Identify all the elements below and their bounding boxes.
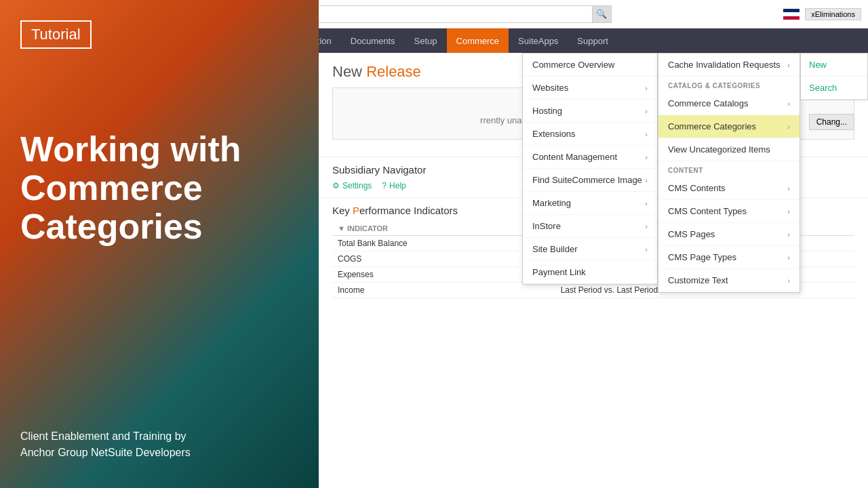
nav-item-documents[interactable]: Documents — [341, 28, 405, 53]
help-icon: ? — [382, 181, 387, 190]
chevron-icon: › — [787, 277, 790, 285]
nav-item-commerce[interactable]: Commerce — [447, 28, 509, 53]
sort-icon: ▼ — [338, 224, 345, 232]
commerce-menu-item[interactable]: Content Management› — [523, 146, 657, 169]
chevron-icon: › — [787, 253, 790, 262]
commerce-menu-item[interactable]: Hosting› — [523, 100, 657, 123]
sub-menu-item[interactable]: CMS Page Types› — [658, 246, 800, 269]
change-button[interactable]: Chang... — [809, 114, 854, 130]
tutorial-label-box: Tutorial — [20, 20, 92, 49]
commerce-menu-item[interactable]: Find SuiteCommerce Image› — [523, 169, 657, 192]
chevron-icon: › — [645, 153, 648, 161]
tutorial-label: Tutorial — [31, 26, 81, 43]
chevron-icon: › — [645, 199, 648, 207]
tutorial-overlay: Tutorial Working with Commerce Categorie… — [0, 0, 319, 488]
sub-section-header: CONTENT — [658, 161, 800, 177]
settings-icon: ⚙ — [332, 181, 340, 190]
commerce-menu-item[interactable]: Extensions› — [523, 123, 657, 146]
sub-menu-item[interactable]: CMS Pages› — [658, 223, 800, 246]
commerce-menu-item[interactable]: Commerce Overview — [523, 54, 657, 77]
commerce-menu-item[interactable]: Site Builder› — [523, 238, 657, 261]
chevron-icon: › — [787, 230, 790, 239]
sub-menu-item[interactable]: Commerce Catalogs› — [658, 92, 800, 115]
commerce-menu-item[interactable]: Websites› — [523, 77, 657, 100]
sub-dropdown: Cache Invalidation Requests›CATALOG & CA… — [658, 53, 800, 293]
commerce-menu-item[interactable]: InStore› — [523, 215, 657, 238]
nav-item-suiteapps[interactable]: SuiteApps — [509, 28, 568, 53]
search-button[interactable]: 🔍 — [593, 5, 612, 23]
new-release-highlight: Release — [366, 63, 421, 80]
eliminations-button[interactable]: xEliminations — [805, 8, 861, 20]
chevron-icon: › — [645, 107, 648, 115]
sub-menu-item[interactable]: Commerce Categories› — [658, 115, 800, 138]
sub-menu-item[interactable]: View Uncategorized Items — [658, 138, 800, 161]
tutorial-subtitle: Client Enablement and Training by Anchor… — [20, 428, 191, 461]
nav-item-support[interactable]: Support — [568, 28, 618, 53]
tutorial-subtitle-line2: Anchor Group NetSuite Developers — [20, 445, 191, 461]
sub-menu-item[interactable]: CMS Content Types› — [658, 200, 800, 223]
chevron-icon: › — [645, 222, 648, 230]
side-action-panel: NewSearch — [800, 53, 868, 100]
chevron-icon: › — [787, 184, 790, 192]
sub-menu-item[interactable]: CMS Contents› — [658, 177, 800, 200]
chevron-icon: › — [645, 245, 648, 253]
nav-item-setup[interactable]: Setup — [405, 28, 447, 53]
chevron-icon: › — [787, 100, 790, 108]
sub-section-header: CATALOG & CATEGORIES — [658, 77, 800, 92]
new-release-normal: New — [332, 63, 366, 80]
commerce-dropdown: Commerce OverviewWebsites›Hosting›Extens… — [522, 53, 658, 285]
commerce-menu-item[interactable]: Payment Link — [523, 261, 657, 284]
flag-icon — [783, 9, 800, 20]
header-right: xEliminations — [783, 8, 868, 20]
side-action-item[interactable]: New — [801, 54, 867, 77]
side-action-item[interactable]: Search — [801, 77, 867, 100]
chevron-icon: › — [645, 84, 648, 92]
settings-link[interactable]: ⚙ Settings — [332, 181, 372, 190]
chevron-icon: › — [787, 207, 790, 216]
commerce-menu-item[interactable]: Marketing› — [523, 192, 657, 215]
help-label: Help — [389, 181, 406, 190]
chevron-icon: › — [787, 61, 790, 69]
help-link[interactable]: ? Help — [382, 181, 406, 190]
sub-menu-item[interactable]: Cache Invalidation Requests› — [658, 54, 800, 77]
tutorial-subtitle-line1: Client Enablement and Training by — [20, 428, 191, 445]
sub-menu-item[interactable]: Customize Text› — [658, 269, 800, 292]
chevron-icon: › — [645, 130, 648, 138]
chevron-icon: › — [787, 123, 790, 131]
settings-label: Settings — [342, 181, 372, 190]
chevron-icon: › — [645, 176, 648, 184]
tutorial-title: Working with Commerce Categories — [20, 130, 298, 247]
